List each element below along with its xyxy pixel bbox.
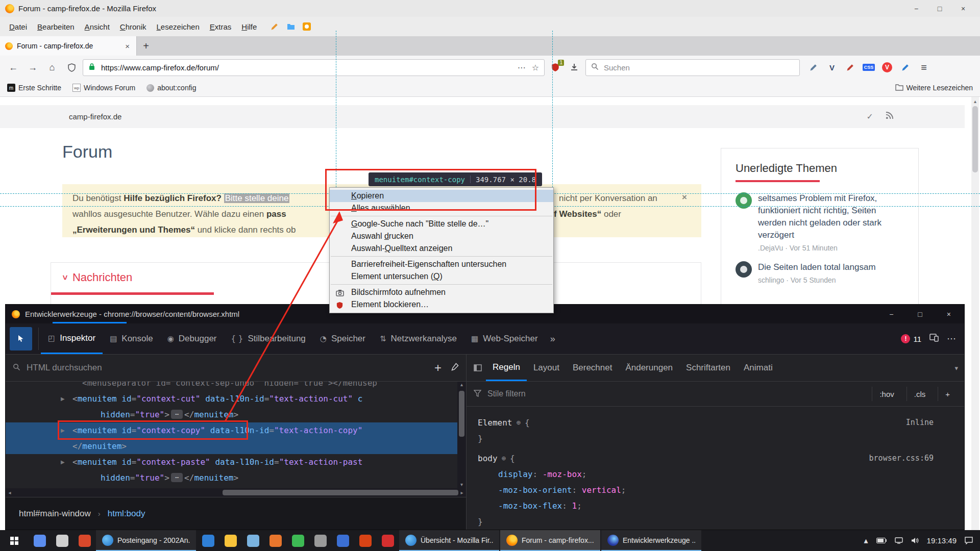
taskbar-button-bersicht-mozilla-fir[interactable]: Übersicht - Mozilla Fir... xyxy=(399,530,499,551)
pinned-app-icon[interactable] xyxy=(264,530,287,551)
markup-line-3[interactable]: ▶<menuitem id="context-copy" data-l10n-i… xyxy=(6,422,466,438)
rule-selector[interactable]: Element xyxy=(478,415,512,431)
context-menu-item-alles-ausw-hlen[interactable]: Alles auswählen xyxy=(330,202,553,214)
app-menu-icon[interactable]: ≡ xyxy=(916,60,932,75)
devtools-tab-netzwerkanalyse[interactable]: ⇅Netzwerkanalyse xyxy=(373,323,464,354)
close-icon[interactable]: × xyxy=(682,189,687,205)
rule-source-link[interactable]: browser.css:69 xyxy=(869,450,934,466)
css-declaration[interactable]: display: -moz-box; xyxy=(478,466,934,482)
scroll-up-icon[interactable]: ▴ xyxy=(971,97,979,104)
bookmark-about-config[interactable]: about:config xyxy=(146,84,196,92)
panel-tab-berechnet[interactable]: Berechnet xyxy=(566,355,619,381)
menubar-item-datei[interactable]: Datei xyxy=(4,17,32,36)
url-input[interactable] xyxy=(100,63,513,72)
tracking-shield-icon[interactable] xyxy=(63,59,80,76)
pinned-app-icon[interactable] xyxy=(197,530,219,551)
list-item[interactable]: Die Seiten laden total langsamschlingo ·… xyxy=(736,261,904,284)
tab-close-icon[interactable]: × xyxy=(124,42,131,51)
more-bookmarks-button[interactable]: Weitere Lesezeichen xyxy=(895,84,973,92)
panel-tab-regeln[interactable]: Regeln xyxy=(486,355,527,381)
menubar-item-extras[interactable]: Extras xyxy=(205,17,237,36)
menubar-item-bearbeiten[interactable]: Bearbeiten xyxy=(32,17,80,36)
taskbar-button-entwicklerwerkzeuge[interactable]: Entwicklerwerkzeuge ... xyxy=(601,530,701,551)
context-menu-item-bildschirmfoto-aufnehmen[interactable]: Bildschirmfoto aufnehmen xyxy=(330,286,553,298)
page-actions-icon[interactable]: ⋯ xyxy=(518,63,526,72)
scroll-up-icon[interactable]: ▴ xyxy=(460,382,463,387)
panel-tab-nderungen[interactable]: Änderungen xyxy=(619,355,679,381)
restore-button[interactable]: □ xyxy=(928,0,951,17)
compose-pencil-icon[interactable] xyxy=(270,22,279,31)
menubar-item-hilfe[interactable]: Hilfe xyxy=(236,17,262,36)
panel-tab-layout[interactable]: Layout xyxy=(527,355,566,381)
devtools-minimize-button[interactable]: − xyxy=(889,310,893,318)
devtools-tab-konsole[interactable]: ▤Konsole xyxy=(103,323,160,354)
menubar-item-lesezeichen[interactable]: Lesezeichen xyxy=(152,17,205,36)
css-extension-icon[interactable]: CSS xyxy=(861,60,876,75)
pinned-app-icon[interactable] xyxy=(51,530,74,551)
devtools-tab-speicher[interactable]: ◔Speicher xyxy=(313,323,373,354)
style-filter-input[interactable] xyxy=(486,389,867,399)
css-declaration[interactable]: -moz-box-flex: 1; xyxy=(478,498,934,514)
qip-icon[interactable] xyxy=(303,22,311,31)
list-item[interactable]: seltsames Problem mit Firefox, funktioni… xyxy=(736,192,904,252)
tray-expand-icon[interactable]: ▴ xyxy=(864,536,868,545)
markup-line-1[interactable]: ▶<menuitem id="context-cut" data-l10n-id… xyxy=(6,391,466,407)
html-search-input[interactable] xyxy=(26,362,425,373)
menubar-item-ansicht[interactable]: Ansicht xyxy=(80,17,115,36)
bookmark-erste-schritte[interactable]: mErste Schritte xyxy=(7,84,61,92)
forward-button[interactable]: → xyxy=(24,59,41,76)
pinned-app-icon[interactable] xyxy=(74,530,96,551)
pinned-app-icon[interactable] xyxy=(377,530,399,551)
context-menu-item-auswahl-drucken[interactable]: Auswahl drucken xyxy=(330,230,553,242)
node-picker-button[interactable] xyxy=(10,327,32,350)
home-button[interactable]: ⌂ xyxy=(44,59,60,76)
devtools-close-button[interactable]: × xyxy=(947,310,951,318)
volume-icon[interactable] xyxy=(911,537,919,544)
devtools-tab-stilbearbeitung[interactable]: { }Stilbearbeitung xyxy=(224,323,313,354)
markup-line-4[interactable]: </menuitem> xyxy=(6,438,466,454)
expand-arrow-icon[interactable]: ▶ xyxy=(61,422,65,438)
v-keyboard-icon[interactable]: V xyxy=(824,60,840,75)
devtools-tab-web-speicher[interactable]: ▦Web-Speicher xyxy=(464,323,545,354)
highlight-element-icon[interactable]: ⊕ xyxy=(502,450,506,466)
expand-arrow-icon[interactable]: ▶ xyxy=(61,391,65,407)
dictionary-pencil-icon[interactable] xyxy=(898,60,913,75)
context-menu-item-auswahl-quelltext-anzeigen[interactable]: Auswahl-Quelltext anzeigen xyxy=(330,242,553,255)
pinned-app-icon[interactable] xyxy=(354,530,377,551)
create-node-button[interactable]: + xyxy=(430,361,446,375)
search-input[interactable] xyxy=(603,63,794,72)
topic-title[interactable]: Die Seiten laden total langsam xyxy=(758,261,906,273)
action-center-icon[interactable] xyxy=(965,537,973,544)
ublock-button[interactable]: 1 xyxy=(548,59,563,76)
pinned-app-icon[interactable] xyxy=(287,530,309,551)
markup-horizontal-scrollbar[interactable]: ◂ ▸ xyxy=(6,488,466,497)
expand-arrow-icon[interactable]: ▶ xyxy=(61,454,65,470)
highlighter-icon[interactable] xyxy=(843,60,858,75)
rule-selector[interactable]: body xyxy=(478,450,498,466)
more-tools-icon[interactable]: » xyxy=(545,323,560,354)
taskbar-button-forum-camp-firefox[interactable]: Forum - camp-firefox... xyxy=(500,530,600,551)
devtools-maximize-button[interactable]: □ xyxy=(918,310,922,318)
pseudo-class-button[interactable]: :hov xyxy=(872,387,901,401)
context-menu-item-barrierefreiheit-eigenschaften-untersuch[interactable]: Barrierefreiheit-Eigenschaften untersuch… xyxy=(330,258,553,270)
start-button[interactable] xyxy=(0,530,29,551)
bookmark-windows-forum[interactable]: wpWindows Forum xyxy=(72,84,135,92)
devtools-menu-icon[interactable]: ⋯ xyxy=(947,333,956,344)
pinned-app-icon[interactable] xyxy=(29,530,51,551)
scrollbar-thumb[interactable] xyxy=(972,106,978,172)
context-menu-item-element-untersuchen-q[interactable]: Element untersuchen (Q) xyxy=(330,270,553,283)
devtools-tab-debugger[interactable]: ◉Debugger xyxy=(160,323,224,354)
context-menu-item-kopieren[interactable]: Kopieren xyxy=(330,190,553,202)
markup-vertical-scrollbar[interactable]: ▴ ▾ xyxy=(457,382,466,488)
rss-icon[interactable] xyxy=(886,112,893,121)
minimize-button[interactable]: − xyxy=(904,0,928,17)
close-button[interactable]: × xyxy=(951,0,975,17)
add-rule-button[interactable]: + xyxy=(938,387,957,401)
pinned-app-icon[interactable] xyxy=(219,530,242,551)
pinned-app-icon[interactable] xyxy=(242,530,264,551)
error-count-badge[interactable]: ! 11 xyxy=(901,334,921,343)
clock[interactable]: 19:13:49 xyxy=(927,536,957,545)
bookmark-star-icon[interactable]: ☆ xyxy=(532,63,539,72)
sidebar-toggle-icon[interactable] xyxy=(471,355,485,381)
highlight-element-icon[interactable]: ⊕ xyxy=(516,415,520,431)
